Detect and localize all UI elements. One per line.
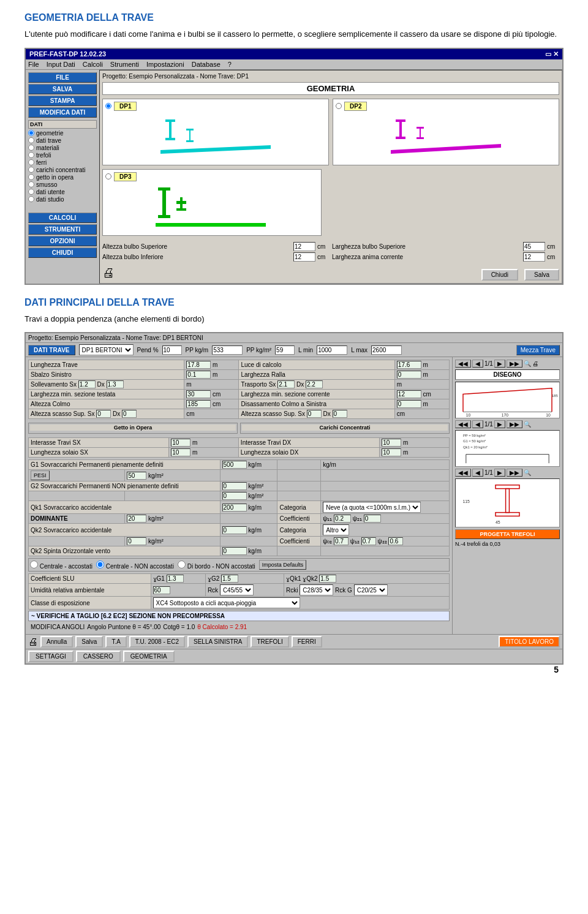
prev-step-3[interactable]: ◀	[472, 469, 483, 477]
opzioni-button[interactable]: OPZIONI	[28, 236, 97, 246]
radio-ferri[interactable]: ferri	[28, 159, 97, 166]
dp1-radio[interactable]	[105, 103, 111, 109]
prev-btn-2[interactable]: ◀◀	[455, 420, 471, 428]
rckg-select[interactable]: C20/25	[354, 584, 388, 595]
radio-centrale[interactable]	[30, 561, 38, 568]
lung-solaio-sx-input[interactable]	[171, 448, 190, 456]
lunghezza-trave-input[interactable]	[186, 361, 211, 369]
rck-select[interactable]: C45/55	[220, 584, 254, 595]
pend-input[interactable]	[162, 346, 182, 355]
qk1-20-input[interactable]	[127, 515, 146, 523]
qk2-val2-input[interactable]	[127, 537, 146, 545]
psi12-input[interactable]	[361, 537, 376, 545]
radio-getto[interactable]: getto in opera	[28, 174, 97, 181]
interasse-dx-input[interactable]	[382, 439, 401, 447]
strumenti-button[interactable]: STRUMENTI	[28, 224, 97, 235]
scasso-dx-input[interactable]	[122, 410, 137, 418]
scasso2-dx-input[interactable]	[333, 410, 347, 418]
imposta-defaults-button[interactable]: Imposta Defaults	[259, 560, 307, 570]
largh-test-input[interactable]	[186, 390, 211, 398]
trefoli-button[interactable]: TREFOLI	[251, 636, 288, 648]
chiudi-button[interactable]: Chiudi	[481, 269, 518, 281]
cassero-button[interactable]: CASSERO	[76, 651, 121, 662]
dati-trave-tab[interactable]: DATI TRAVE	[28, 345, 75, 355]
yg2-input[interactable]	[221, 575, 238, 583]
menu-database[interactable]: Database	[192, 61, 221, 68]
larghezza-bulbo-sup-input[interactable]	[523, 242, 545, 251]
classe-esp-select[interactable]: XC4 Sottoposto a cicli acqua-pioggia	[153, 597, 300, 608]
next-btn-2[interactable]: ▶▶	[507, 420, 522, 428]
lung-solaio-dx-input[interactable]	[382, 448, 401, 456]
altezza-bulbo-inf-input[interactable]	[293, 252, 315, 262]
next-btn-3[interactable]: ▶▶	[507, 469, 522, 477]
psi11-input[interactable]	[334, 515, 351, 523]
alt-colmo-input[interactable]	[186, 400, 211, 408]
prev-step-2[interactable]: ◀	[472, 420, 483, 428]
radio-materiali[interactable]: materiali	[28, 145, 97, 151]
g1-input[interactable]	[222, 461, 247, 469]
scasso2-sx-input[interactable]	[307, 410, 322, 418]
next-btn-1[interactable]: ▶▶	[507, 360, 522, 368]
pesi-button[interactable]: PESI	[31, 470, 50, 480]
umidita-input[interactable]	[153, 586, 170, 594]
interasse-sx-input[interactable]	[171, 439, 190, 447]
larghezza-anima-input[interactable]	[523, 252, 545, 262]
categoria-altro-select[interactable]: Altro	[323, 524, 349, 535]
soll-dx-input[interactable]	[107, 380, 124, 388]
radio-carichi[interactable]: carichi concentrati	[28, 167, 97, 173]
radio-dati-studio[interactable]: dati studio	[28, 196, 97, 203]
radio-dati-trave[interactable]: dati trave	[28, 137, 97, 144]
larghezza-ralla-input[interactable]	[397, 371, 421, 379]
g2-input[interactable]	[222, 482, 247, 490]
yqk-input[interactable]	[319, 575, 336, 583]
tu-button[interactable]: T.U. 2008 - EC2	[129, 636, 185, 648]
calcoli-button[interactable]: CALCOLI	[28, 213, 97, 223]
chiudi-sidebar-button[interactable]: CHIUDI	[28, 247, 97, 258]
qk2-vento-input[interactable]	[222, 547, 247, 555]
geometria-btn2[interactable]: GEOMETRIA	[123, 651, 175, 662]
g1-m2-input[interactable]	[127, 472, 146, 480]
menu-inputdati[interactable]: Input Dati	[47, 61, 75, 68]
rcki-select[interactable]: C28/35	[300, 584, 333, 595]
qk2-input[interactable]	[222, 526, 247, 534]
radio-geometrie[interactable]: geometrie	[28, 130, 97, 137]
l-max-input[interactable]	[371, 346, 402, 355]
pp-kgm-input[interactable]	[212, 346, 243, 355]
salva-button-footer[interactable]: Salva	[524, 269, 559, 281]
prev-step-1[interactable]: ◀	[472, 360, 483, 368]
radio-bordo[interactable]	[178, 561, 186, 568]
sella-sx-button[interactable]: SELLA SINISTRA	[187, 636, 248, 648]
menu-impostazioni[interactable]: Impostazioni	[146, 61, 184, 68]
radio-trefoli[interactable]: trefoli	[28, 152, 97, 159]
menu-strumenti[interactable]: Strumenti	[110, 61, 139, 68]
altezza-bulbo-sup-input[interactable]	[293, 242, 315, 251]
dp-select[interactable]: DP1 BERTONI	[79, 344, 134, 355]
menubar1[interactable]: File Input Dati Calcoli Strumenti Impost…	[26, 59, 562, 70]
next-step-2[interactable]: ▶	[494, 420, 505, 428]
dp2-radio[interactable]	[336, 103, 342, 109]
radio-smusso[interactable]: smusso	[28, 181, 97, 188]
l-min-input[interactable]	[317, 346, 347, 355]
settaggi-button[interactable]: SETTAGGI	[28, 651, 74, 662]
psi02-input[interactable]	[334, 537, 349, 545]
qk1-input[interactable]	[222, 504, 247, 512]
annulla-button[interactable]: Annulla	[40, 636, 73, 648]
file-button[interactable]: FILE	[28, 72, 97, 83]
largh-corr-input[interactable]	[397, 390, 421, 398]
soll-sx-input[interactable]	[78, 380, 96, 388]
menu-help[interactable]: ?	[228, 61, 232, 68]
modifica-dati-button[interactable]: MODIFICA DATI	[28, 107, 97, 118]
menu-file[interactable]: File	[28, 61, 39, 68]
progetta-trefoli-button[interactable]: PROGETTA TREFOLI	[455, 529, 560, 539]
g2-val2-input[interactable]	[222, 492, 247, 500]
scasso-sx-input[interactable]	[96, 410, 111, 418]
prev-btn-1[interactable]: ◀◀	[455, 360, 471, 368]
ta-button[interactable]: T.A	[105, 636, 126, 648]
dp3-radio[interactable]	[105, 173, 111, 179]
prev-btn-3[interactable]: ◀◀	[455, 469, 471, 477]
stampa-button[interactable]: STAMPA	[28, 96, 97, 106]
salva-button-2[interactable]: Salva	[75, 636, 103, 648]
salva-button[interactable]: SALVA	[28, 84, 97, 94]
trasp-dx-input[interactable]	[306, 380, 323, 388]
pp-kgm2-input[interactable]	[275, 346, 295, 355]
